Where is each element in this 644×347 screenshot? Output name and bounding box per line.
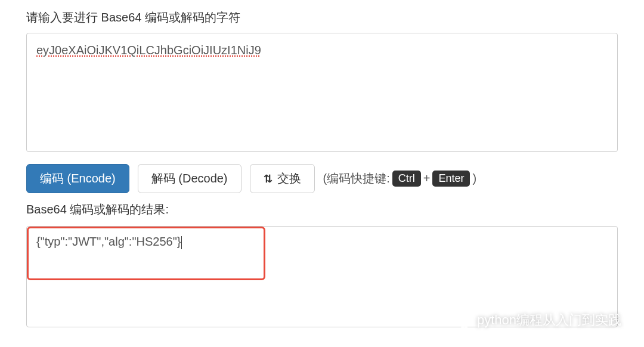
output-label: Base64 编码或解码的结果: (26, 202, 618, 218)
decode-button[interactable]: 解码 (Decode) (138, 164, 242, 193)
shortcut-hint: (编码快捷键: Ctrl + Enter ) (323, 171, 477, 187)
button-row: 编码 (Encode) 解码 (Decode) ⇅ 交换 (编码快捷键: Ctr… (26, 164, 618, 193)
kbd-ctrl: Ctrl (392, 171, 421, 187)
text-cursor (181, 236, 182, 249)
watermark: python编程从入门到实践 (451, 310, 621, 330)
output-value: {"typ":"JWT","alg":"HS256"} (36, 235, 182, 248)
svg-point-3 (459, 316, 461, 318)
shortcut-prefix: (编码快捷键: (323, 171, 390, 187)
svg-point-2 (455, 316, 457, 318)
shortcut-suffix: ) (472, 172, 476, 185)
input-label: 请输入要进行 Base64 编码或解码的字符 (26, 10, 618, 26)
wechat-icon (451, 310, 471, 330)
kbd-enter: Enter (432, 171, 470, 187)
svg-point-5 (465, 321, 466, 322)
svg-point-4 (462, 321, 463, 322)
input-value: eyJ0eXAiOiJKV1QiLCJhbGciOiJIUzI1NiJ9 (36, 44, 261, 57)
swap-button[interactable]: ⇅ 交换 (250, 164, 315, 193)
swap-icon: ⇅ (264, 172, 273, 185)
input-textarea[interactable]: eyJ0eXAiOiJKV1QiLCJhbGciOiJIUzI1NiJ9 (26, 33, 618, 152)
shortcut-plus: + (423, 172, 431, 185)
encode-button[interactable]: 编码 (Encode) (26, 164, 129, 193)
swap-label: 交换 (277, 171, 301, 187)
watermark-text: python编程从入门到实践 (477, 311, 621, 329)
